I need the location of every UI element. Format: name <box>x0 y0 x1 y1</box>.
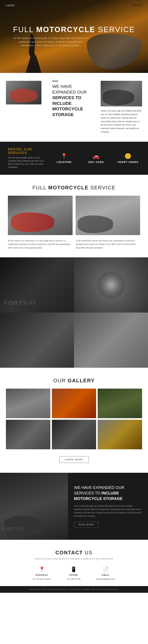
address-label: ADDRESS <box>36 574 48 576</box>
rental-users-value: HAPPY USERS <box>118 160 138 164</box>
hero-subtitle: As the owner of a motorcycle, it is your… <box>13 36 88 47</box>
hero-content: FULL MOTORCYCLE SERVICE As the owner of … <box>13 26 135 47</box>
dark-section: WE HAVE EXPANDED OUR SERVICES TO INCLUDE… <box>0 473 148 540</box>
decorative-bar <box>52 81 58 82</box>
rental-cars-value: 250+ CARS <box>88 160 104 164</box>
dark-section-images <box>0 473 68 540</box>
dark-heading: WE HAVE EXPANDED OUR SERVICES TO INCLUDE… <box>74 485 142 501</box>
rental-description: Find the best possible rental car rate. … <box>8 156 44 169</box>
read-more-button[interactable]: READ MORE <box>74 522 99 528</box>
rental-text: RENTAL CAR SERVICES Find the best possib… <box>8 148 44 169</box>
service-text-2: A full motorcycle service will ensure an… <box>76 239 140 250</box>
email-icon: 📄 <box>103 566 109 572</box>
location-icon: 📍 <box>61 153 67 160</box>
full-service-heading: FULL MOTORCYCLE SERVICE <box>8 185 140 191</box>
expanded-right: Close to 20 years ago, we realized that … <box>101 81 142 134</box>
expanded-section: WE HAVE EXPANDED OUR SERVICES TO INCLUDE… <box>0 73 148 142</box>
address-value: 27 13 Lowe Haven <box>33 578 51 580</box>
service-image-2 <box>76 196 140 235</box>
rental-stat-location: 📍 LOCATION <box>52 153 76 164</box>
gallery-cell-1 <box>6 388 50 418</box>
gallery-grid <box>6 388 142 449</box>
service-text-1: As the owner of a motorcycle, it is your… <box>8 239 72 250</box>
nav-logo: logo <box>6 4 15 7</box>
rental-stat-users: 😊 HAPPY USERS <box>116 153 140 164</box>
mosaic-cell-3 <box>0 312 74 368</box>
contact-heading: CONTACT US <box>8 550 140 556</box>
email-value: business@info.com <box>96 578 115 580</box>
service-images <box>8 196 140 235</box>
gallery-cell-3 <box>98 388 142 418</box>
hero-title: FULL MOTORCYCLE SERVICE <box>13 26 135 34</box>
users-icon: 😊 <box>124 153 131 160</box>
rental-banner: RENTAL CAR SERVICES Find the best possib… <box>0 142 148 175</box>
gallery-cell-5 <box>52 420 96 449</box>
our-gallery-section: OUR GALLERY learn more <box>0 368 148 467</box>
dark-bike-image <box>0 473 68 540</box>
bike-small-image <box>6 81 41 104</box>
mosaic-grid <box>0 257 148 368</box>
gallery-heading: OUR GALLERY <box>6 378 142 384</box>
learn-more-button[interactable]: learn more <box>59 456 89 463</box>
mosaic-cell-2 <box>74 257 148 312</box>
hero-section: FULL MOTORCYCLE SERVICE As the owner of … <box>0 0 148 73</box>
phone-value: 111 343 43 45 <box>67 578 81 580</box>
rental-location-value: LOCATION <box>57 160 71 164</box>
full-service-section: FULL MOTORCYCLE SERVICE As the owner of … <box>0 175 148 256</box>
cars-icon: 🚗 <box>93 153 99 160</box>
contact-section: CONTACT US Sample text. Click to select … <box>0 540 148 586</box>
footer-text: Sample text. Click to select the text bo… <box>29 588 119 590</box>
address-icon: 📍 <box>39 566 45 572</box>
dark-section-text: WE HAVE EXPANDED OUR SERVICES TO INCLUDE… <box>68 473 148 540</box>
expanded-left-image <box>6 81 45 104</box>
footer: Sample text. Click to select the text bo… <box>0 586 148 593</box>
contact-phone: 📱 PHONE 111 343 43 45 <box>67 566 81 580</box>
bike-large-image <box>101 81 142 106</box>
expanded-heading: WE HAVE EXPANDED OUR SERVICES TO INCLUDE… <box>52 84 94 118</box>
gallery-cell-4 <box>6 420 50 449</box>
mosaic-cell-1 <box>0 257 74 312</box>
contact-items: 📍 ADDRESS 27 13 Lowe Haven 📱 PHONE 111 3… <box>8 566 140 580</box>
expanded-description: Close to 20 years ago, we realized that … <box>101 109 142 134</box>
nav: logo HOME <box>0 0 148 11</box>
contact-sample-text: Sample text. Click to select the text bo… <box>8 557 140 560</box>
rental-stat-cars: 🚗 250+ CARS <box>84 153 108 164</box>
contact-address: 📍 ADDRESS 27 13 Lowe Haven <box>33 566 51 580</box>
nav-links: HOME <box>133 4 142 7</box>
email-label: EMAIL <box>102 574 110 576</box>
dark-description: Close to 20 years ago, we realized that … <box>74 504 142 518</box>
service-image-1 <box>8 196 73 235</box>
gallery-cell-2 <box>52 388 96 418</box>
service-texts: As the owner of a motorcycle, it is your… <box>8 239 140 250</box>
gallery-cell-6 <box>98 420 142 449</box>
phone-label: PHONE <box>69 574 78 576</box>
contact-email: 📄 EMAIL business@info.com <box>96 566 115 580</box>
phone-icon: 📱 <box>70 566 77 572</box>
nav-home-link[interactable]: HOME <box>133 4 142 7</box>
mosaic-cell-4 <box>74 312 148 368</box>
expanded-center-text: WE HAVE EXPANDED OUR SERVICES TO INCLUDE… <box>49 81 97 118</box>
rental-heading: RENTAL CAR SERVICES <box>8 148 44 155</box>
